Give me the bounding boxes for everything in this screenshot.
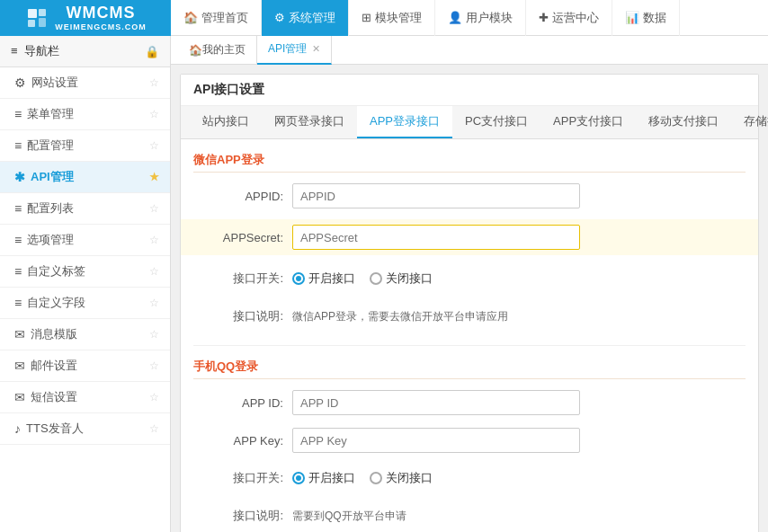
star-icon-tag[interactable]: ☆ <box>149 265 159 278</box>
qq-desc-label: 接口说明: <box>193 508 292 524</box>
wechat-radio-on-circle <box>292 272 305 285</box>
wechat-appsecret-row: APPSecret: <box>181 219 758 255</box>
sidebar-label-mail-settings: 邮件设置 <box>31 358 77 374</box>
wechat-appid-label: APPID: <box>193 190 292 203</box>
star-icon-config[interactable]: ☆ <box>149 139 159 152</box>
breadcrumb-current-tab[interactable]: API管理 ✕ <box>257 36 332 65</box>
nav-label-system: 系统管理 <box>289 10 335 26</box>
sidebar-label-custom-tag: 自定义标签 <box>27 263 85 279</box>
star-icon-tts[interactable]: ☆ <box>149 422 159 435</box>
sidebar-label-menu-management: 菜单管理 <box>27 106 74 122</box>
wechat-appsecret-label: APPSecret: <box>193 231 292 244</box>
list-icon-option: ≡ <box>14 233 22 247</box>
star-icon-api[interactable]: ★ <box>149 171 159 183</box>
wechat-radio-off-circle <box>370 272 382 285</box>
svg-rect-0 <box>28 9 37 18</box>
star-icon-mail[interactable]: ☆ <box>149 359 159 372</box>
sidebar-label-option-management: 选项管理 <box>27 232 74 248</box>
nav-item-operation[interactable]: ✚ 运营中心 <box>526 0 612 36</box>
tab-pc-pay[interactable]: PC支付接口 <box>452 106 540 138</box>
qq-appkey-row: APP Key: <box>193 426 746 455</box>
logo: WMCMS WEIMENGCMS.COM <box>0 0 171 36</box>
qq-section: 手机QQ登录 APP ID: APP Key: 接口开关: <box>181 346 758 532</box>
nav-label-operation: 运营中心 <box>552 10 599 26</box>
top-nav: 🏠 管理首页 ⚙ 系统管理 ⊞ 模块管理 👤 用户模块 ✚ 运营中心 📊 数据 <box>171 0 768 36</box>
logo-icon <box>24 5 49 31</box>
tab-site[interactable]: 站内接口 <box>190 106 262 138</box>
list-icon-menu: ≡ <box>14 107 22 121</box>
chart-icon: 📊 <box>625 11 639 24</box>
list-icon-field: ≡ <box>14 296 22 310</box>
wechat-appid-row: APPID: <box>193 182 746 210</box>
qq-appid-input[interactable] <box>292 390 580 415</box>
sidebar-item-tts[interactable]: ♪ TTS发音人 ☆ <box>0 413 170 445</box>
sidebar-item-mail-settings[interactable]: ✉ 邮件设置 ☆ <box>0 350 170 382</box>
qq-radio-off[interactable]: 关闭接口 <box>370 470 433 486</box>
sidebar-item-sms-settings[interactable]: ✉ 短信设置 ☆ <box>0 382 170 413</box>
api-icon: ✱ <box>14 170 25 184</box>
tab-mobile-pay[interactable]: 移动支付接口 <box>636 106 731 138</box>
wechat-radio-off-label: 关闭接口 <box>386 270 433 287</box>
qq-appkey-input[interactable] <box>292 428 580 453</box>
qq-desc-text: 需要到QQ开放平台申请 <box>292 509 406 524</box>
tab-storage[interactable]: 存储接口 <box>731 106 768 138</box>
wechat-desc-text: 微信APP登录，需要去微信开放平台申请应用 <box>292 309 508 324</box>
nav-label-home: 管理首页 <box>201 10 248 26</box>
nav-item-home[interactable]: 🏠 管理首页 <box>171 0 262 36</box>
star-icon-msg[interactable]: ☆ <box>149 328 159 341</box>
tab-web-login[interactable]: 网页登录接口 <box>262 106 357 138</box>
qq-switch-row: 接口开关: 开启接口 关闭接口 <box>193 464 746 492</box>
sidebar-item-custom-field[interactable]: ≡ 自定义字段 ☆ <box>0 288 170 319</box>
module-icon: ⊞ <box>362 11 371 24</box>
sidebar-item-site-settings[interactable]: ⚙ 网站设置 ☆ <box>0 67 170 99</box>
main-content: 🏠 我的主页 API管理 ✕ API接口设置 站内接口 网页登录接口 APP登录… <box>171 36 768 532</box>
wechat-appsecret-input[interactable] <box>292 225 580 250</box>
list-icon-config: ≡ <box>14 138 22 153</box>
star-icon-menu[interactable]: ☆ <box>149 108 159 120</box>
wechat-radio-group: 开启接口 关闭接口 <box>292 270 433 287</box>
qq-radio-on[interactable]: 开启接口 <box>292 470 355 486</box>
qq-appid-label: APP ID: <box>193 396 292 410</box>
qq-section-heading: 手机QQ登录 <box>193 355 746 379</box>
sidebar: ≡ 导航栏 🔒 ⚙ 网站设置 ☆ ≡ 菜单管理 ☆ ≡ 配置管理 ☆ ✱ API… <box>0 36 171 532</box>
star-icon-sms[interactable]: ☆ <box>149 391 159 403</box>
wechat-radio-on-label: 开启接口 <box>308 270 355 287</box>
topbar: WMCMS WEIMENGCMS.COM 🏠 管理首页 ⚙ 系统管理 ⊞ 模块管… <box>0 0 768 36</box>
sidebar-label-api-management: API管理 <box>31 169 74 185</box>
qq-radio-off-circle <box>370 472 382 484</box>
wechat-desc-row: 接口说明: 微信APP登录，需要去微信开放平台申请应用 <box>193 302 746 331</box>
nav-item-system[interactable]: ⚙ 系统管理 <box>262 0 349 36</box>
breadcrumb-home-label: 我的主页 <box>202 42 246 58</box>
envelope-icon-msg: ✉ <box>14 327 25 341</box>
home-icon: 🏠 <box>183 11 198 24</box>
nav-label-data: 数据 <box>643 10 666 26</box>
sidebar-item-config-management[interactable]: ≡ 配置管理 ☆ <box>0 130 170 162</box>
nav-item-module[interactable]: ⊞ 模块管理 <box>349 0 435 36</box>
breadcrumb-home-tab[interactable]: 🏠 我的主页 <box>178 36 257 65</box>
home-breadcrumb-icon: 🏠 <box>189 44 202 57</box>
tab-app-login[interactable]: APP登录接口 <box>357 106 452 138</box>
wechat-section: 微信APP登录 APPID: APPSecret: 接口开关: <box>181 139 758 345</box>
sidebar-item-option-management[interactable]: ≡ 选项管理 ☆ <box>0 225 170 256</box>
star-icon-option[interactable]: ☆ <box>149 234 159 246</box>
star-icon-cfglist[interactable]: ☆ <box>149 202 159 215</box>
nav-item-data[interactable]: 📊 数据 <box>612 0 680 36</box>
layout: ≡ 导航栏 🔒 ⚙ 网站设置 ☆ ≡ 菜单管理 ☆ ≡ 配置管理 ☆ ✱ API… <box>0 36 768 532</box>
star-icon-site-settings[interactable]: ☆ <box>149 76 159 89</box>
svg-rect-2 <box>28 20 35 27</box>
sidebar-item-custom-tag[interactable]: ≡ 自定义标签 ☆ <box>0 256 170 288</box>
sidebar-item-menu-management[interactable]: ≡ 菜单管理 ☆ <box>0 99 170 130</box>
wechat-radio-off[interactable]: 关闭接口 <box>370 270 433 287</box>
star-icon-field[interactable]: ☆ <box>149 297 159 309</box>
wechat-radio-on[interactable]: 开启接口 <box>292 270 355 287</box>
wechat-section-heading: 微信APP登录 <box>193 148 746 173</box>
user-icon: 👤 <box>448 11 462 24</box>
sidebar-item-api-management[interactable]: ✱ API管理 ★ <box>0 162 170 193</box>
tab-app-pay[interactable]: APP支付接口 <box>540 106 636 138</box>
sidebar-item-config-list[interactable]: ≡ 配置列表 ☆ <box>0 193 170 225</box>
nav-item-user[interactable]: 👤 用户模块 <box>435 0 526 36</box>
sidebar-item-message-template[interactable]: ✉ 消息模版 ☆ <box>0 319 170 350</box>
wechat-appid-input[interactable] <box>292 183 580 208</box>
breadcrumb-close-icon[interactable]: ✕ <box>312 43 320 55</box>
qq-radio-off-label: 关闭接口 <box>386 470 433 486</box>
